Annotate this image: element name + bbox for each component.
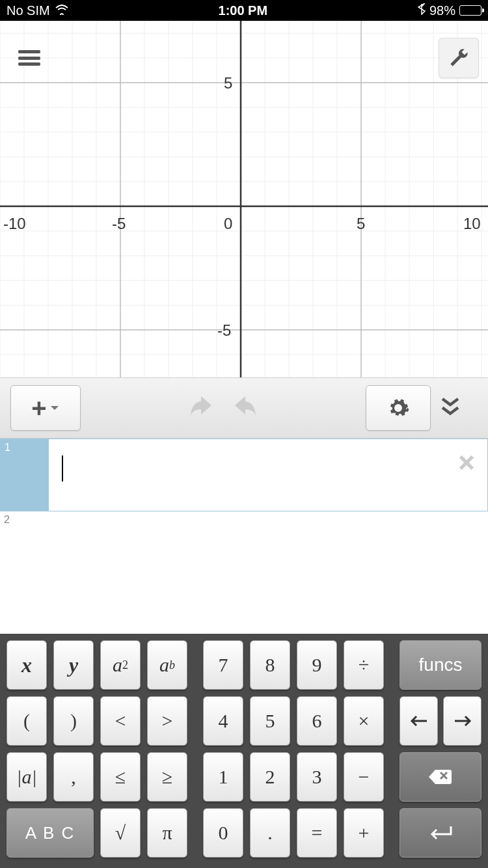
dropdown-caret-icon: [49, 404, 60, 412]
plus-icon: +: [31, 394, 46, 423]
key-equals[interactable]: =: [297, 808, 337, 858]
arrow-right-icon: [452, 714, 473, 727]
add-expression-button[interactable]: +: [10, 385, 81, 431]
key-sqrt[interactable]: √: [100, 808, 141, 858]
menu-button[interactable]: [9, 38, 49, 78]
x-tick-10: 10: [463, 215, 481, 233]
key-funcs[interactable]: funcs: [400, 640, 481, 690]
key-abc[interactable]: A B C: [7, 808, 94, 858]
enter-icon: [426, 824, 455, 842]
key-pi[interactable]: π: [147, 808, 187, 858]
backspace-icon: [427, 768, 454, 786]
key-2[interactable]: 2: [250, 752, 290, 802]
math-keypad: x y a2 ab ( ) < > |a| , ≤ ≥ A B C √ π 7 …: [0, 634, 488, 868]
key-enter[interactable]: [400, 808, 481, 858]
key-5[interactable]: 5: [250, 696, 290, 746]
key-abs[interactable]: |a|: [7, 752, 47, 802]
key-dot[interactable]: .: [250, 808, 290, 858]
key-less-eq[interactable]: ≤: [100, 752, 141, 802]
expression-row-2[interactable]: 2: [0, 511, 488, 550]
key-x[interactable]: x: [7, 640, 47, 690]
key-comma[interactable]: ,: [53, 752, 94, 802]
key-cursor-left[interactable]: [400, 696, 438, 746]
key-greater-than[interactable]: >: [147, 696, 187, 746]
origin-label: 0: [224, 215, 232, 233]
key-1[interactable]: 1: [203, 752, 243, 802]
key-a-squared[interactable]: a2: [100, 640, 141, 690]
key-8[interactable]: 8: [250, 640, 290, 690]
wrench-icon: [448, 47, 469, 68]
x-tick-neg5: -5: [112, 215, 126, 233]
key-a-power-b[interactable]: ab: [147, 640, 187, 690]
gear-icon: [386, 396, 410, 420]
key-rparen[interactable]: ): [53, 696, 94, 746]
key-9[interactable]: 9: [297, 640, 337, 690]
clear-expression-button[interactable]: [456, 450, 477, 479]
status-bar: No SIM 1:00 PM 98%: [0, 0, 488, 21]
y-tick-neg5: -5: [217, 321, 231, 340]
battery-icon: [459, 5, 481, 16]
bluetooth-icon: [418, 3, 426, 18]
key-4[interactable]: 4: [203, 696, 243, 746]
key-minus[interactable]: −: [344, 752, 384, 802]
expression-number: 1: [1, 439, 49, 511]
arrow-left-icon: [409, 714, 429, 727]
graph-canvas[interactable]: -10 -5 0 5 10 5 -5: [0, 21, 488, 377]
close-icon: [456, 452, 477, 473]
x-tick-neg10: -10: [3, 215, 26, 233]
key-y[interactable]: y: [53, 640, 94, 690]
expression-toolbar: +: [0, 377, 488, 439]
expression-input[interactable]: [49, 439, 487, 511]
expression-number: 2: [0, 511, 48, 550]
key-backspace[interactable]: [400, 752, 481, 802]
key-greater-eq[interactable]: ≥: [147, 752, 187, 802]
undo-button[interactable]: [185, 396, 217, 420]
expression-list: 1 2: [0, 439, 488, 634]
key-3[interactable]: 3: [297, 752, 337, 802]
key-plus[interactable]: +: [344, 808, 384, 858]
wifi-icon: [55, 3, 68, 18]
carrier-label: No SIM: [7, 3, 50, 18]
key-6[interactable]: 6: [297, 696, 337, 746]
collapse-keyboard-button[interactable]: [439, 397, 478, 419]
redo-button[interactable]: [230, 396, 261, 420]
list-settings-button[interactable]: [366, 385, 431, 431]
hamburger-icon: [18, 50, 40, 66]
expression-input[interactable]: [48, 511, 488, 550]
key-multiply[interactable]: ×: [344, 696, 384, 746]
double-chevron-down-icon: [439, 397, 462, 416]
key-divide[interactable]: ÷: [344, 640, 384, 690]
battery-percent: 98%: [429, 3, 455, 18]
key-less-than[interactable]: <: [100, 696, 141, 746]
key-0[interactable]: 0: [203, 808, 243, 858]
settings-wrench-button[interactable]: [439, 38, 479, 78]
key-lparen[interactable]: (: [7, 696, 47, 746]
clock: 1:00 PM: [219, 3, 268, 18]
key-7[interactable]: 7: [203, 640, 243, 690]
y-tick-5: 5: [224, 74, 232, 92]
x-tick-5: 5: [357, 215, 365, 233]
key-cursor-right[interactable]: [443, 696, 481, 746]
expression-row-1[interactable]: 1: [0, 439, 488, 511]
